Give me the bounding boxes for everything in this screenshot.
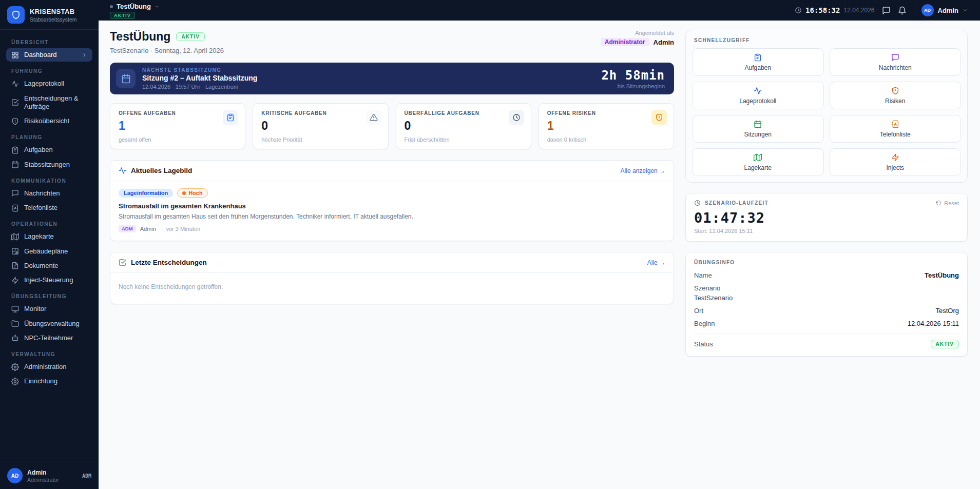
runtime-value: 01:47:32	[694, 210, 959, 226]
sidebar-item-gebaeudeplaene[interactable]: Gebäudepläne	[6, 245, 92, 258]
chevron-down-icon	[963, 8, 968, 13]
banner-kicker: NÄCHSTE STABSSITZUNG	[142, 67, 257, 73]
entscheidungen-card: Letzte Entscheidungen Alle → Noch keine …	[110, 252, 674, 304]
uebungsinfo-card: ÜBUNGSINFO Name TestÜbung Szenario TestS…	[685, 252, 968, 357]
next-session-banner[interactable]: NÄCHSTE STABSSITZUNG Sitzung #2 – Auftak…	[110, 63, 674, 94]
stat-sublabel: gesamt offen	[119, 136, 237, 143]
entscheidungen-title: Letzte Entscheidungen	[131, 259, 207, 266]
calendar-icon	[121, 74, 131, 84]
check-square-icon	[119, 259, 126, 266]
page-subtitle: TestSzenario · Sonntag, 12. April 2026	[110, 47, 224, 54]
sidebar-section-uebungsleitung: ÜBUNGSLEITUNG	[11, 294, 87, 299]
quick-access-title: SCHNELLZUGRIFF	[694, 37, 959, 43]
info-row-beginn: Beginn 12.04.2026 15:11	[694, 320, 959, 327]
sidebar-item-dashboard[interactable]: Dashboard	[6, 48, 92, 62]
quick-tile-sitzungen[interactable]: Sitzungen	[692, 115, 824, 143]
sidebar-item-label: Nachrichten	[24, 189, 60, 198]
header-user-name: Admin	[654, 38, 674, 46]
quick-tile-risiken[interactable]: Risiken	[830, 82, 962, 109]
uebungsinfo-title: ÜBUNGSINFO	[694, 260, 959, 265]
quick-tile-nachrichten[interactable]: Nachrichten	[830, 48, 962, 76]
shield-alert-icon	[655, 113, 663, 122]
quick-tile-lageprotokoll[interactable]: Lageprotokoll	[692, 82, 824, 109]
topbar-clock: 16:58:32 12.04.2026	[795, 6, 875, 14]
sidebar-item-aufgaben[interactable]: Aufgaben	[6, 143, 92, 157]
stat-value: 1	[119, 119, 237, 133]
sidebar-item-label: Dashboard	[24, 51, 57, 59]
sidebar-item-label: Übungsverwaltung	[24, 320, 80, 328]
entscheidungen-all-link[interactable]: Alle →	[647, 259, 665, 266]
sidebar-item-administration[interactable]: Administration	[6, 360, 92, 374]
clipboard-icon	[226, 113, 235, 122]
quick-tile-injects[interactable]: Injects	[830, 148, 962, 176]
sidebar-user[interactable]: AD Admin Administrator ADM	[0, 462, 99, 489]
runtime-card: SZENARIO-LAUFZEIT Reset 01:47:32 Start: …	[685, 193, 968, 242]
activity-icon	[11, 80, 19, 88]
entry-description: Stromausfall im gesamten Haus seit den f…	[119, 213, 665, 220]
sidebar-item-entscheidungen[interactable]: Entscheidungen & Aufträge	[6, 92, 92, 114]
session-countdown: 2h 58min	[601, 68, 665, 83]
stat-sublabel: Frist überschritten	[405, 136, 523, 143]
dashboard-icon	[11, 51, 19, 59]
stat-sublabel: davon 0 kritisch	[547, 136, 665, 143]
info-row-status: Status AKTIV	[694, 334, 959, 348]
sidebar-section-uebersicht: ÜBERSICHT	[11, 40, 87, 45]
sidebar-item-inject-steuerung[interactable]: Inject-Steuerung	[6, 273, 92, 287]
signed-in-label: Angemeldet als	[601, 30, 674, 36]
stat-label: OFFENE AUFGABEN	[119, 110, 237, 116]
sidebar-item-stabssitzungen[interactable]: Stabssitzungen	[6, 158, 92, 171]
sidebar-item-risikouebersicht[interactable]: Risikoübersicht	[6, 114, 92, 128]
stat-value: 0	[405, 119, 523, 133]
sidebar-item-label: Administration	[24, 363, 66, 371]
quick-tile-aufgaben[interactable]: Aufgaben	[692, 48, 824, 76]
sidebar-item-lagekarte[interactable]: Lagekarte	[6, 230, 92, 243]
clock-icon	[512, 113, 521, 122]
notifications-button[interactable]	[898, 6, 907, 15]
reset-icon	[936, 200, 941, 206]
sidebar-item-npc-teilnehmer[interactable]: NPC-Teilnehmer	[6, 331, 92, 345]
map-icon	[11, 233, 19, 241]
topbar-date: 12.04.2026	[843, 7, 874, 14]
quick-tile-lagekarte[interactable]: Lagekarte	[692, 148, 824, 176]
clipboard-icon	[11, 146, 19, 154]
sidebar-item-monitor[interactable]: Monitor	[6, 302, 92, 316]
user-menu[interactable]: AD Admin	[921, 4, 968, 16]
sidebar-item-uebungsverwaltung[interactable]: Übungsverwaltung	[6, 317, 92, 330]
lagebild-title: Aktuelles Lagebild	[131, 167, 192, 174]
sidebar-item-lageprotokoll[interactable]: Lageprotokoll	[6, 77, 92, 90]
entry-priority-badge: Hoch	[177, 188, 208, 198]
stat-label: OFFENE RISIKEN	[547, 110, 665, 116]
sidebar-item-telefonliste[interactable]: Telefonliste	[6, 201, 92, 214]
topbar: TestÜbung AKTIV 16:58:32 12.04.2026 AD A…	[99, 0, 980, 21]
runtime-start: Start: 12.04.2026 15:11	[694, 228, 959, 234]
shield-icon	[11, 10, 21, 19]
sidebar-user-name: Admin	[27, 469, 59, 476]
quick-tile-telefonliste[interactable]: Telefonliste	[830, 115, 962, 143]
stat-kritische-aufgaben: KRITISCHE AUFGABEN 0 höchste Priorität	[253, 103, 388, 149]
entscheidungen-empty-text: Noch keine Entscheidungen getroffen.	[119, 280, 665, 296]
meta-separator: ·	[160, 226, 162, 232]
sidebar-item-label: Entscheidungen & Aufträge	[24, 94, 87, 111]
sidebar-item-einrichtung[interactable]: Einrichtung	[6, 375, 92, 388]
avatar: AD	[7, 468, 23, 483]
sidebar-item-label: Gebäudepläne	[24, 247, 68, 256]
robot-icon	[11, 334, 19, 342]
message-icon	[891, 53, 899, 62]
folder-icon	[11, 320, 19, 327]
lagebild-show-all-link[interactable]: Alle anzeigen →	[621, 167, 665, 174]
exercise-switcher[interactable]: TestÜbung	[110, 3, 160, 10]
status-badge: AKTIV	[931, 340, 959, 348]
sidebar-item-dokumente[interactable]: Dokumente	[6, 259, 92, 272]
avatar: AD	[921, 4, 934, 16]
stat-offene-aufgaben: OFFENE AUFGABEN 1 gesamt offen	[110, 103, 245, 149]
messages-button[interactable]	[882, 6, 891, 15]
map-icon	[754, 153, 762, 162]
lagebild-entry[interactable]: Lageinformation Hoch Stromausfall im ges…	[110, 181, 674, 241]
sidebar-section-kommunikation: KOMMUNIKATION	[11, 178, 87, 184]
reset-button[interactable]: Reset	[936, 200, 959, 206]
gear-icon	[11, 378, 19, 385]
stat-label: ÜBERFÄLLIGE AUFGABEN	[405, 110, 523, 116]
check-square-icon	[11, 99, 19, 106]
exercise-status-badge: AKTIV	[110, 12, 135, 19]
sidebar-item-nachrichten[interactable]: Nachrichten	[6, 187, 92, 200]
